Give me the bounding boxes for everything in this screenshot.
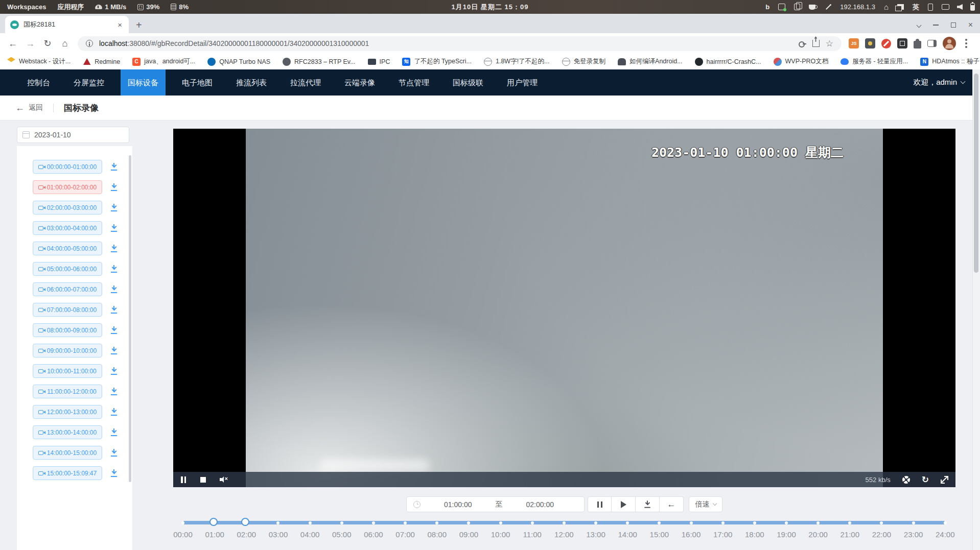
address-bar[interactable]: localhost:38080/#/gbRecordDetail/3402000… [78, 36, 842, 51]
timeline-tick-dot[interactable] [372, 521, 375, 524]
input-method-indicator[interactable]: 英 [913, 3, 919, 12]
timeline-tick[interactable]: 14:00 [616, 515, 639, 541]
timeline-tick[interactable]: 12:00 [553, 515, 575, 541]
segment-button[interactable]: 03:00:00-04:00:00 [33, 221, 102, 235]
extension-adblock-icon[interactable] [881, 39, 891, 49]
browser-menu-icon[interactable] [965, 42, 967, 44]
user-menu[interactable]: 欢迎，admin [913, 78, 980, 87]
playback-download-button[interactable] [636, 496, 660, 512]
forward-button[interactable]: → [21, 38, 39, 49]
timeline-tick-dot[interactable] [944, 521, 947, 524]
start-time-value[interactable]: 01:00:00 [421, 500, 496, 509]
timeline-tick-dot[interactable] [241, 518, 249, 526]
timeline-tick[interactable]: 20:00 [807, 515, 829, 541]
segment-download-icon[interactable] [110, 244, 118, 253]
timeline-tick[interactable]: 00:00 [172, 515, 194, 541]
timeline-tick-dot[interactable] [276, 521, 279, 524]
segment-download-icon[interactable] [110, 428, 118, 437]
segment-download-icon[interactable] [110, 305, 118, 314]
segment-button[interactable]: 08:00:00-09:00:00 [33, 323, 102, 337]
screenshot-tool-icon[interactable] [824, 4, 831, 11]
timeline-tick-dot[interactable] [531, 521, 534, 524]
bookmarks-overflow-icon[interactable]: » [969, 58, 973, 66]
timeline-tick-dot[interactable] [435, 521, 438, 524]
timeline-tick-dot[interactable] [690, 521, 693, 524]
timeline-tick[interactable]: 24:00 [934, 515, 956, 541]
segment-download-icon[interactable] [110, 285, 118, 294]
bookmark-item[interactable]: QNAP Turbo NAS [207, 58, 270, 66]
back-button[interactable]: ← [4, 38, 21, 49]
page-scrollbar-thumb[interactable] [974, 74, 978, 273]
timeline-tick[interactable]: 04:00 [299, 515, 321, 541]
window-close-button[interactable]: × [968, 21, 973, 29]
segment-download-icon[interactable] [110, 448, 118, 457]
player-stop-button[interactable] [200, 477, 206, 483]
extension-js-icon[interactable]: JS [849, 38, 859, 49]
bookmark-item[interactable]: hairrrrr/C-CrashC... [695, 58, 761, 66]
tab-close-icon[interactable]: × [116, 20, 124, 29]
segment-button[interactable]: 15:00:00-15:09:47 [33, 466, 102, 480]
timeline-tick-dot[interactable] [467, 521, 470, 524]
password-manager-icon[interactable] [798, 39, 806, 47]
side-panel-icon[interactable] [927, 40, 937, 47]
sidebar-scrollbar[interactable] [129, 155, 131, 482]
new-tab-button[interactable]: + [136, 20, 142, 30]
player-refresh-icon[interactable]: ↻ [922, 475, 929, 484]
segment-download-icon[interactable] [110, 203, 118, 212]
segment-download-icon[interactable] [110, 265, 118, 273]
home-button[interactable]: ⌂ [56, 38, 74, 49]
caffeine-icon[interactable] [809, 5, 815, 10]
timeline-tick-dot[interactable] [721, 521, 725, 524]
end-time-value[interactable]: 02:00:00 [503, 500, 578, 509]
playback-pause-button[interactable] [588, 496, 612, 512]
nav-tab[interactable]: 国标级联 [446, 69, 491, 95]
segment-button[interactable]: 00:00:00-01:00:00 [33, 160, 102, 174]
segment-download-icon[interactable] [110, 469, 118, 477]
phone-icon[interactable] [928, 4, 933, 11]
back-arrow-icon[interactable]: ← [15, 103, 25, 113]
timeline-tick[interactable]: 10:00 [489, 515, 512, 541]
nav-tab[interactable]: 拉流代理 [283, 69, 328, 95]
site-info-icon[interactable] [86, 40, 93, 47]
timeline-tick-dot[interactable] [848, 521, 851, 524]
timeline-tick[interactable]: 19:00 [775, 515, 798, 541]
bookmark-item[interactable]: Redmine [83, 58, 120, 66]
segment-download-icon[interactable] [110, 408, 118, 416]
workspaces-button[interactable]: Workspaces [7, 3, 46, 11]
playback-timeline[interactable]: 00:00 01:00 02:00 03:00 04:00 05:00 06:0… [172, 515, 956, 541]
nav-tab[interactable]: 电子地图 [175, 69, 220, 95]
segment-button[interactable]: 13:00:00-14:00:00 [33, 425, 102, 439]
timeline-tick-dot[interactable] [912, 521, 915, 524]
timeline-tick[interactable]: 07:00 [394, 515, 416, 541]
extension-keepass-icon[interactable] [865, 38, 875, 49]
segment-download-icon[interactable] [110, 367, 118, 375]
bookmark-item[interactable]: 服务器 - 轻量应用... [841, 57, 908, 66]
timeline-tick[interactable]: 17:00 [712, 515, 734, 541]
segment-download-icon[interactable] [110, 326, 118, 334]
segment-button[interactable]: 01:00:00-02:00:00 [33, 180, 102, 194]
page-scrollbar-track[interactable] [972, 69, 980, 550]
bookmark-item[interactable]: RFC2833 – RTP Ev... [283, 58, 356, 66]
display-icon[interactable] [942, 4, 949, 10]
speed-dropdown[interactable]: 倍速 [689, 496, 722, 512]
timeline-tick[interactable]: 09:00 [457, 515, 480, 541]
segment-download-icon[interactable] [110, 387, 118, 396]
nav-tab[interactable]: 云端录像 [337, 69, 382, 95]
clock[interactable]: 1月10日 星期二 15：09 [452, 3, 529, 12]
timeline-tick-dot[interactable] [753, 521, 756, 524]
timeline-tick[interactable]: 08:00 [426, 515, 448, 541]
share-icon[interactable] [812, 40, 820, 47]
tray-app-window-icon[interactable] [778, 4, 785, 10]
timeline-tick[interactable]: 06:00 [362, 515, 385, 541]
timeline-tick-dot[interactable] [181, 521, 184, 524]
segment-download-icon[interactable] [110, 224, 118, 232]
segment-button[interactable]: 06:00:00-07:00:00 [33, 282, 102, 296]
timeline-tick-dot[interactable] [626, 521, 629, 524]
extensions-puzzle-icon[interactable] [914, 41, 921, 49]
segment-download-icon[interactable] [110, 162, 118, 171]
player-mute-button[interactable]: × [220, 476, 230, 483]
bookmark-item[interactable]: 如何编译Android... [618, 57, 683, 66]
segment-button[interactable]: 10:00:00-11:00:00 [33, 364, 102, 378]
bookmark-item[interactable]: 免登录复制 [562, 57, 606, 66]
timeline-tick-dot[interactable] [209, 518, 218, 526]
